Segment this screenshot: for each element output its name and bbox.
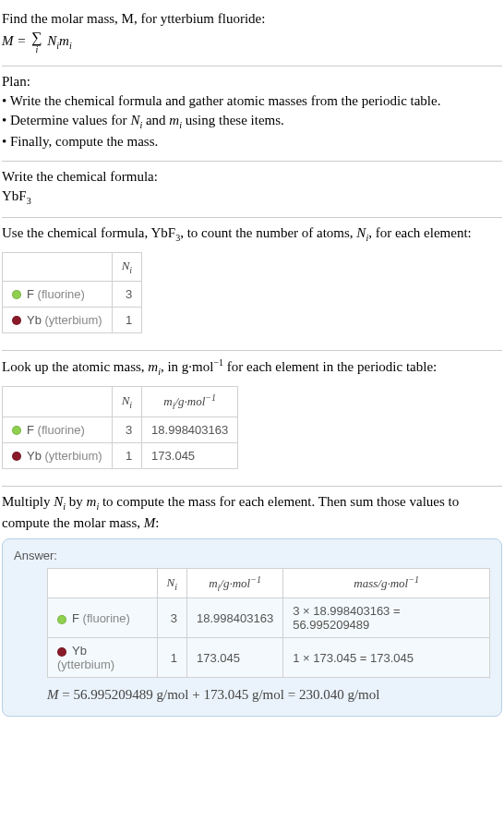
el-name: (fluorine) (38, 287, 85, 301)
s4-text-c: , for each element: (368, 225, 472, 240)
s4-text-a: Use the chemical formula, YbF (2, 225, 175, 240)
plan-b2-a: • Determine values for (2, 113, 130, 127)
chem-sub: 3 (27, 196, 31, 206)
var-mi: mi (169, 113, 182, 127)
var-m: m (59, 33, 69, 48)
unit-sup: −1 (408, 574, 419, 585)
plan-b2-c: using these items. (182, 113, 284, 127)
el-name: (fluorine) (38, 423, 85, 437)
s6-d: : (155, 515, 159, 530)
mi-cell: 18.998403163 (142, 416, 238, 442)
equals: = (17, 33, 30, 48)
el-sym: F (27, 423, 34, 437)
atomic-mass-table: Ni mi/g·mol−1 F (fluorine) 3 18.99840316… (2, 386, 238, 469)
el-name: (ytterbium) (45, 449, 102, 463)
mi-cell: 173.045 (187, 638, 283, 678)
summation-symbol: ∑ i (31, 30, 42, 54)
mass-cell: 3 × 18.998403163 = 56.995209489 (283, 598, 490, 638)
th-blank (3, 386, 113, 416)
element-dot-icon (57, 615, 66, 624)
var-N: N (47, 33, 56, 48)
answer-label: Answer: (14, 549, 490, 562)
chem-main: YbF (2, 188, 27, 203)
s5-sup: −1 (213, 357, 223, 368)
plan-b2-b: and (142, 113, 169, 127)
element-dot-icon (12, 290, 21, 299)
th-mi: mi/g·mol−1 (187, 568, 283, 598)
plan-section: Plan: • Write the chemical formula and g… (2, 66, 502, 161)
intro-section: Find the molar mass, M, for ytterbium fl… (2, 4, 502, 66)
var-mi-3: mi (87, 494, 100, 509)
th-ni: Ni (112, 386, 141, 416)
var-M: M (144, 515, 156, 530)
plan-heading: Plan: (2, 72, 502, 91)
th-ni: Ni (112, 253, 141, 282)
ni-cell: 1 (157, 638, 186, 678)
el-sym: Yb (27, 313, 42, 327)
atomic-mass-text: Look up the atomic mass, mi, in g·mol−1 … (2, 356, 502, 379)
intro-text: Find the molar mass, M, for ytterbium fl… (2, 9, 502, 29)
mi-cell: 18.998403163 (187, 598, 283, 638)
table-row: F (fluorine) 3 (3, 281, 142, 307)
element-dot-icon (12, 426, 21, 435)
ni-cell: 3 (112, 281, 141, 307)
s5-b: , in g·mol (161, 359, 214, 374)
count-atoms-text: Use the chemical formula, YbF3, to count… (2, 223, 502, 245)
formula-section: Write the chemical formula: YbF3 (2, 161, 502, 217)
th-blank (3, 253, 113, 282)
s5-c: for each element in the periodic table: (223, 359, 437, 374)
write-formula-text: Write the chemical formula: (2, 167, 502, 187)
final-text: = 56.995209489 g/mol + 173.045 g/mol = 2… (59, 687, 380, 702)
var-Ni-2: Ni (356, 225, 368, 240)
th-mi: mi/g·mol−1 (142, 386, 238, 416)
unit-sup: −1 (205, 392, 216, 403)
answer-table: Ni mi/g·mol−1 mass/g·mol−1 F (fluorine) … (47, 568, 490, 679)
plan-bullet-1: • Write the chemical formula and gather … (2, 91, 502, 111)
table-header-row: Ni mi/g·mol−1 mass/g·mol−1 (48, 568, 490, 598)
answer-box: Answer: Ni mi/g·mol−1 mass/g·mol−1 F (fl… (2, 538, 502, 718)
sum-index: i (31, 45, 42, 54)
element-cell: F (fluorine) (48, 598, 158, 638)
el-sym: Yb (27, 449, 42, 463)
var-Ni-3: Ni (54, 494, 66, 509)
mass-cell: 1 × 173.045 = 173.045 (283, 638, 490, 678)
mass-label: mass/g·mol (354, 577, 408, 591)
intro-line1: Find the molar mass, M, for ytterbium fl… (2, 11, 265, 26)
table-header-row: Ni (3, 253, 142, 282)
chemical-formula: YbF3 (2, 187, 502, 208)
element-cell: Yb (ytterbium) (48, 638, 158, 678)
table-row: Yb (ytterbium) 1 173.045 (3, 442, 238, 468)
table-row: F (fluorine) 3 18.998403163 (3, 416, 238, 442)
th-blank (48, 568, 158, 598)
count-atoms-section: Use the chemical formula, YbF3, to count… (2, 217, 502, 350)
el-name: (ytterbium) (57, 658, 114, 671)
th-mass: mass/g·mol−1 (283, 568, 490, 598)
s6-b: by (66, 494, 87, 509)
ni-cell: 1 (112, 442, 141, 468)
final-result: M = 56.995209489 g/mol + 173.045 g/mol =… (47, 687, 490, 703)
ni-cell: 1 (112, 307, 141, 332)
element-cell: Yb (ytterbium) (3, 442, 113, 468)
s4-text-b: , to count the number of atoms, (180, 225, 356, 240)
compute-section: Multiply Ni by mi to compute the mass fo… (2, 486, 502, 727)
var-Ni: Ni (130, 113, 142, 127)
atomic-mass-section: Look up the atomic mass, mi, in g·mol−1 … (2, 350, 502, 486)
element-cell: Yb (ytterbium) (3, 307, 113, 332)
mi-cell: 173.045 (142, 442, 238, 468)
plan-bullet-3: • Finally, compute the mass. (2, 132, 502, 151)
element-dot-icon (57, 647, 66, 657)
table-header-row: Ni mi/g·mol−1 (3, 386, 238, 416)
table-row: Yb (ytterbium) 1 173.045 1 × 173.045 = 1… (48, 638, 490, 678)
s5-a: Look up the atomic mass, (2, 359, 148, 374)
unit-label: /g·mol (174, 394, 205, 408)
element-dot-icon (12, 316, 21, 325)
element-cell: F (fluorine) (3, 281, 113, 307)
s6-a: Multiply (2, 494, 54, 509)
formula-lhs: M (2, 33, 14, 48)
sigma-icon: ∑ (31, 30, 42, 45)
el-sym: F (72, 611, 79, 625)
atoms-count-table: Ni F (fluorine) 3 Yb (ytterbium) 1 (2, 252, 142, 333)
el-name: (fluorine) (83, 611, 130, 625)
ni-cell: 3 (157, 598, 186, 638)
element-cell: F (fluorine) (3, 416, 113, 442)
